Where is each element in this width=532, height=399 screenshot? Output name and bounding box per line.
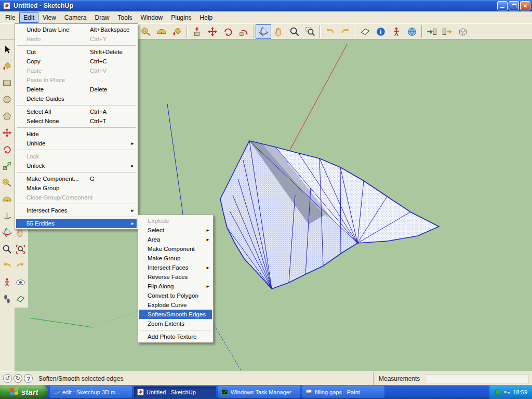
close-button[interactable]: ✕ [520,1,530,10]
taskbar-item-windows-task-manager[interactable]: Windows Task Manager [218,387,300,398]
shield-tray-icon[interactable] [494,389,501,396]
component-tool-button[interactable] [455,24,471,39]
orbit-tool-button[interactable] [256,24,271,39]
rotate-cw-icon[interactable]: ↻ [14,374,22,383]
move-tool-button[interactable] [1,124,14,141]
look-around-tool-button[interactable] [14,274,27,290]
globe-tool-button[interactable] [404,24,420,39]
model-info-tool-button[interactable] [373,24,389,39]
rectangle-tool-button[interactable] [1,74,14,91]
maximize-button[interactable] [509,1,519,10]
entities-submenu-item-make-component[interactable]: Make Component [139,244,212,254]
edit-menu-item-intersect-faces[interactable]: Intersect Faces► [16,206,137,215]
minimize-button[interactable] [497,1,508,10]
walk-tool-button[interactable] [1,290,14,307]
entities-submenu-item-convert-to-polygon[interactable]: Convert to Polygon [139,291,212,300]
sketchup-app-icon[interactable] [3,2,11,10]
edit-menu-item-paste-in-place[interactable]: Paste In Place [16,75,137,85]
next-view-tool-button[interactable] [338,24,353,39]
menu-file[interactable]: File [1,12,19,23]
entities-submenu-item-explode-curve[interactable]: Explode Curve [139,300,212,310]
paint-bucket-tool-button[interactable] [1,58,14,74]
rotate-ccw-icon[interactable]: ↺ [3,374,12,383]
zoom-tool-button[interactable] [1,241,14,257]
zoom-extents-tool-button[interactable] [14,241,27,257]
zoom-window-tool-button[interactable] [302,24,318,39]
network-tray-icon[interactable] [503,389,511,396]
edit-menu-item-hide[interactable]: Hide [16,129,137,139]
followme-tool-button[interactable] [236,24,251,39]
entities-submenu-item-reverse-faces[interactable]: Reverse Faces [139,272,212,282]
next-view-tool-button[interactable] [14,257,27,274]
edit-menu-item-close-group-component[interactable]: Close Group/Component [16,193,137,202]
protractor-tool-button[interactable] [1,191,14,207]
edit-menu-item-copy[interactable]: CopyCtrl+C [16,57,137,66]
entities-submenu-separator [140,330,211,330]
edit-menu-item-select-none[interactable]: Select NoneCtrl+T [16,116,137,126]
entities-submenu-item-area[interactable]: Area► [139,235,212,244]
taskbar-item-untitled-sketchup[interactable]: Untitled - SketchUp [134,387,216,398]
protractor-tool-button[interactable] [154,24,169,39]
previous-view-tool-button[interactable] [1,257,14,274]
orbit-tool-button[interactable] [1,224,14,241]
scale-tool-button[interactable] [1,157,14,174]
entities-submenu-item-flip-along[interactable]: Flip Along► [139,282,212,291]
pushpull-tool-button[interactable] [189,24,205,39]
entities-submenu-item-make-group[interactable]: Make Group [139,254,212,263]
edit-menu-item-delete[interactable]: DeleteDelete [16,85,137,94]
circle-tool-button[interactable] [1,91,14,108]
edit-menu-item-make-group[interactable]: Make Group [16,183,137,193]
taskbar-item-filling-gaps-paint[interactable]: filling gaps - Paint [302,387,384,398]
rotate-tool-button[interactable] [220,24,236,39]
edit-menu-item-paste[interactable]: PasteCtrl+V [16,66,137,75]
section-plane-tool-button[interactable] [14,290,27,307]
entities-submenu-item-zoom-extents[interactable]: Zoom Extents [139,319,212,328]
entities-submenu-item-explode[interactable]: Explode [139,216,212,225]
taskbar-item-edit-sketchup-3d-m[interactable]: edit : Sketchup 3D m... [50,387,132,398]
entities-submenu-item-select[interactable]: Select► [139,225,212,235]
menu-plugins[interactable]: Plugins [167,12,195,23]
tape-measure-tool-button[interactable] [1,174,14,191]
help-icon[interactable]: ? [24,374,33,383]
edit-menu-item-undo-draw-line[interactable]: Undo Draw LineAlt+Backspace [16,25,137,34]
tape-measure-tool-button[interactable] [138,24,154,39]
edit-menu-item-55-entities[interactable]: 55 Entities► [16,219,137,228]
edit-menu-item-select-all[interactable]: Select AllCtrl+A [16,107,137,116]
menu-draw[interactable]: Draw [91,12,114,23]
export-tool-button[interactable] [440,24,455,39]
axes-tool-button[interactable] [1,207,14,224]
position-camera-tool-button[interactable] [1,274,14,290]
edit-menu-item-label: Unhide [26,140,45,147]
entities-submenu-item-intersect-faces[interactable]: Intersect Faces► [139,263,212,272]
select-tool-button[interactable] [1,41,14,58]
menu-camera[interactable]: Camera [60,12,91,23]
edit-menu-item-unhide[interactable]: Unhide► [16,139,137,148]
import-tool-button[interactable] [424,24,440,39]
position-camera-tool-button[interactable] [389,24,404,39]
paint-bucket-tool-button[interactable] [169,24,185,39]
edit-menu-item-make-component[interactable]: Make Component...G [16,174,137,183]
previous-view-tool-button[interactable] [322,24,338,39]
menu-edit[interactable]: Edit [19,12,38,23]
pan-tool-button[interactable] [271,24,287,39]
menu-tools[interactable]: Tools [114,12,137,23]
start-button[interactable]: start [0,385,48,399]
rotate-tool-button[interactable] [1,141,14,157]
edit-menu-item-lock[interactable]: Lock [16,152,137,161]
measurements-field[interactable] [425,374,529,383]
taskbar-clock[interactable]: 18:59 [513,389,527,395]
menu-window[interactable]: Window [137,12,167,23]
entities-submenu-item-soften-smooth-edges[interactable]: Soften/Smooth Edges [139,310,212,319]
menu-help[interactable]: Help [196,12,217,23]
section-plane-tool-button[interactable] [357,24,373,39]
polygon-tool-button[interactable] [1,108,14,124]
move-tool-button[interactable] [205,24,220,39]
edit-menu-item-delete-guides[interactable]: Delete Guides [16,94,137,103]
edit-menu-item-redo[interactable]: RedoCtrl+Y [16,34,137,44]
edit-menu-item-unlock[interactable]: Unlock► [16,161,137,170]
zoom-tool-button[interactable] [287,24,302,39]
menu-view[interactable]: View [38,12,60,23]
entities-submenu-item-add-photo-texture[interactable]: Add Photo Texture [139,332,212,341]
edit-menu-item-cut[interactable]: CutShift+Delete [16,47,137,57]
edit-menu-item-shortcut: Shift+Delete [86,49,129,55]
